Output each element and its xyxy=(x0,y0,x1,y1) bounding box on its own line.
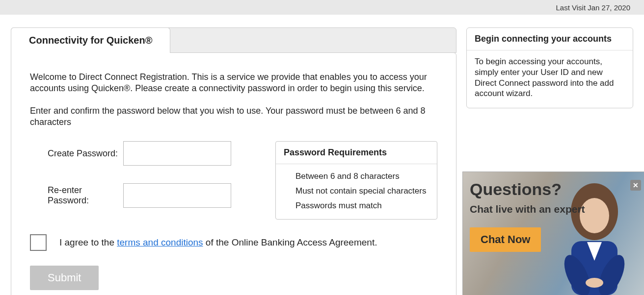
chat-now-button[interactable]: Chat Now xyxy=(470,227,541,252)
reenter-password-row: Re-enter Password: xyxy=(30,183,246,208)
requirement-item: Must not contain special characters xyxy=(295,184,429,198)
form-area: Create Password: Re-enter Password: Pass… xyxy=(30,141,437,225)
password-fields: Create Password: Re-enter Password: xyxy=(30,141,246,225)
agree-prefix: I agree to the xyxy=(59,237,117,247)
top-bar: Last Visit Jan 27, 2020 xyxy=(0,0,644,15)
agree-row: I agree to the terms and conditions of t… xyxy=(30,234,437,251)
chat-widget: ✕ Questions? Chat live with an expert Ch… xyxy=(462,172,644,295)
agree-suffix: of the Online Banking Access Agreement. xyxy=(203,237,377,247)
password-requirements-box: Password Requirements Between 6 and 8 ch… xyxy=(275,141,437,220)
tab-body: Welcome to Direct Connect Registration. … xyxy=(11,52,456,295)
begin-connecting-card: Begin connecting your accounts To begin … xyxy=(466,27,633,108)
reenter-password-label: Re-enter Password: xyxy=(30,185,123,205)
intro-text: Welcome to Direct Connect Registration. … xyxy=(30,72,437,94)
create-password-row: Create Password: xyxy=(30,141,246,166)
info-card-body: To begin accessing your accounts, simply… xyxy=(467,50,633,108)
terms-and-conditions-link[interactable]: terms and conditions xyxy=(117,237,203,247)
requirement-item: Between 6 and 8 characters xyxy=(295,169,429,184)
tab-connectivity[interactable]: Connectivity for Quicken® xyxy=(11,27,170,53)
instruction-text: Enter and confirm the password below tha… xyxy=(30,105,437,127)
agree-text: I agree to the terms and conditions of t… xyxy=(59,237,377,248)
requirements-list: Between 6 and 8 characters Must not cont… xyxy=(276,164,437,219)
create-password-label: Create Password: xyxy=(30,148,123,159)
left-panel: Connectivity for Quicken® Welcome to Dir… xyxy=(11,27,456,295)
last-visit-text: Last Visit Jan 27, 2020 xyxy=(556,3,631,12)
requirements-title: Password Requirements xyxy=(276,142,437,164)
requirement-item: Passwords must match xyxy=(295,198,429,213)
submit-button[interactable]: Submit xyxy=(30,266,99,290)
reenter-password-input[interactable] xyxy=(123,183,231,208)
chat-content: Questions? Chat live with an expert Chat… xyxy=(463,172,644,260)
chat-heading: Questions? xyxy=(470,180,637,199)
info-card-title: Begin connecting your accounts xyxy=(467,28,633,50)
chat-subtext: Chat live with an expert xyxy=(470,203,637,216)
agree-checkbox[interactable] xyxy=(30,234,47,251)
create-password-input[interactable] xyxy=(123,141,231,166)
svg-point-5 xyxy=(586,278,603,288)
